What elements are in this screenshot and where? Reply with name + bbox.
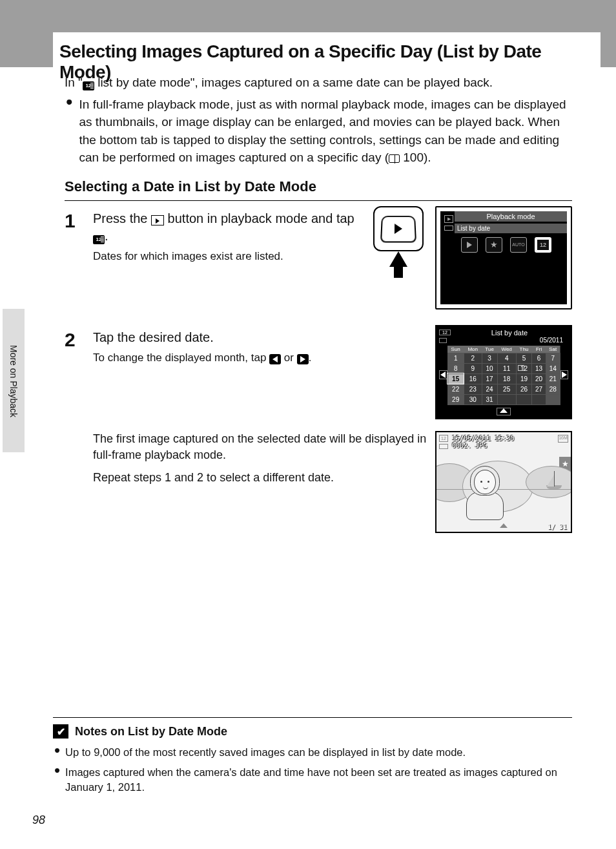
- cal-cell[interactable]: 8: [447, 363, 464, 373]
- cal-cell[interactable]: 19: [516, 373, 532, 384]
- notes-check-icon: ✔: [53, 724, 68, 739]
- cal-cell[interactable]: 12: [516, 363, 532, 373]
- prev-counter: 1/ 31: [548, 523, 567, 530]
- notes-bullet-2: Images captured when the camera's date a…: [65, 765, 572, 795]
- cal-cell[interactable]: 29: [447, 394, 464, 404]
- cal-cell[interactable]: 11: [497, 363, 516, 373]
- screen1-subtitle: List by date: [455, 224, 567, 233]
- cal-cell[interactable]: 4: [497, 353, 516, 363]
- cal-cell[interactable]: 16: [464, 373, 482, 384]
- cal-cell: [516, 394, 532, 404]
- mode-auto-icon[interactable]: AUTO: [510, 237, 527, 253]
- after-para-2: Repeat steps 1 and 2 to select a differe…: [93, 470, 427, 486]
- play-mini-icon: ▶: [444, 215, 453, 223]
- side-tab-label: More on Playback: [8, 345, 19, 417]
- cal-month: 05/2011: [449, 337, 568, 344]
- step-1-number: 1: [65, 210, 93, 264]
- divider: [65, 200, 572, 201]
- cal-prev-month[interactable]: [439, 370, 447, 379]
- page-number: 98: [32, 813, 45, 827]
- scene-person: [474, 470, 504, 520]
- cal-cell: [546, 394, 560, 404]
- cal-day-header: Fri: [532, 346, 546, 353]
- preview-screen: 12 15/05/2011 15:30 0002. JPG 16M ★: [435, 431, 572, 533]
- cal-cell[interactable]: 1: [447, 353, 464, 363]
- notes-bullet-1: Up to 9,000 of the most recently saved i…: [65, 745, 466, 760]
- cal-cell[interactable]: 26: [516, 384, 532, 394]
- cal-day-header: Thu: [516, 346, 532, 353]
- cal-cell[interactable]: 7: [546, 353, 560, 363]
- playback-button-diagram: [373, 206, 424, 278]
- cal-cell[interactable]: 15: [447, 373, 464, 384]
- side-tab: More on Playback: [3, 309, 25, 452]
- notes-divider: [53, 717, 572, 718]
- battery-mini-icon: [439, 338, 447, 343]
- cal-expand-icon[interactable]: [497, 408, 511, 415]
- scene-boat: [546, 471, 562, 489]
- cal-cell[interactable]: 31: [482, 394, 497, 404]
- cal-cell[interactable]: 14: [546, 363, 560, 373]
- horizon-line: [436, 489, 571, 490]
- bullet-dot: •: [53, 765, 65, 795]
- cal-cell[interactable]: 30: [464, 394, 482, 404]
- cal-cell[interactable]: 25: [497, 384, 516, 394]
- left-arrow-icon: [269, 354, 281, 364]
- mode-play-icon[interactable]: [461, 237, 478, 253]
- notes-title: Notes on List by Date Mode: [75, 725, 227, 739]
- mode-favorite-icon[interactable]: ★: [486, 237, 502, 253]
- battery-mini-icon: [444, 225, 453, 231]
- after-para-1: The first image captured on the selected…: [93, 431, 427, 463]
- cal-cell[interactable]: 17: [482, 373, 497, 384]
- cal-cell[interactable]: 20: [532, 373, 546, 384]
- step-2-heading: Tap the desired date.: [93, 329, 427, 346]
- cal-cell[interactable]: 24: [482, 384, 497, 394]
- calendar-icon: 12: [93, 235, 105, 244]
- intro-text-b: list by date mode", images captured on a…: [94, 76, 493, 89]
- cal-mode-icon: 12: [439, 330, 451, 335]
- cal-day-header: Mon: [464, 346, 482, 353]
- intro-paragraph: In "12 list by date mode", images captur…: [65, 74, 572, 92]
- step-2-number: 2: [65, 329, 93, 366]
- cal-day-header: Tue: [482, 346, 497, 353]
- cal-cell[interactable]: 28: [546, 384, 560, 394]
- prev-mode-icon: 12: [439, 435, 448, 442]
- cal-cell[interactable]: 21: [546, 373, 560, 384]
- prev-battery-icon: [439, 444, 448, 449]
- step-2-sub: To change the displayed month, tap or .: [93, 350, 427, 366]
- cal-cell: [532, 394, 546, 404]
- cal-cell[interactable]: 2: [464, 353, 482, 363]
- calendar-icon: 12: [83, 81, 94, 90]
- cal-cell[interactable]: 6: [532, 353, 546, 363]
- play-triangle-icon: [395, 224, 402, 234]
- subheading: Selecting a Date in List by Date Mode: [65, 178, 572, 195]
- cal-cell[interactable]: 27: [532, 384, 546, 394]
- cal-cell[interactable]: 13: [532, 363, 546, 373]
- intro-bullet: • In full-frame playback mode, just as w…: [65, 96, 572, 167]
- right-arrow-icon: [297, 354, 309, 364]
- cal-day-header: Sat: [546, 346, 560, 353]
- arrow-up-icon: [389, 251, 407, 267]
- cal-cell[interactable]: 9: [464, 363, 482, 373]
- cal-cell[interactable]: 22: [447, 384, 464, 394]
- cal-cell[interactable]: 5: [516, 353, 532, 363]
- cal-cell: [497, 394, 516, 404]
- cal-day-header: Wed: [497, 346, 516, 353]
- intro-text-a: In ": [65, 76, 83, 89]
- cal-title: List by date: [451, 329, 568, 337]
- playback-mode-screen: ▶ Playback mode List by date ★ AUTO 12: [435, 206, 572, 309]
- bullet-text: In full-frame playback mode, just as wit…: [79, 98, 566, 165]
- cal-day-header: Sun: [447, 346, 464, 353]
- cal-next-month[interactable]: [560, 370, 569, 379]
- step-1-sub: Dates for which images exist are listed.: [93, 249, 365, 264]
- play-button-icon: [151, 215, 164, 225]
- mode-list-by-date-icon[interactable]: 12: [535, 237, 551, 253]
- prev-expand-icon[interactable]: [500, 519, 508, 530]
- cal-cell[interactable]: 10: [482, 363, 497, 373]
- cal-cell[interactable]: 23: [464, 384, 482, 394]
- cal-cell[interactable]: 18: [497, 373, 516, 384]
- calendar-screen: 12 List by date 05/2011 Sun: [435, 325, 572, 419]
- screen1-title: Playback mode: [455, 211, 567, 222]
- prev-filename: 0002. JPG: [452, 442, 514, 449]
- cal-cell[interactable]: 3: [482, 353, 497, 363]
- bullet-dot: •: [65, 96, 79, 167]
